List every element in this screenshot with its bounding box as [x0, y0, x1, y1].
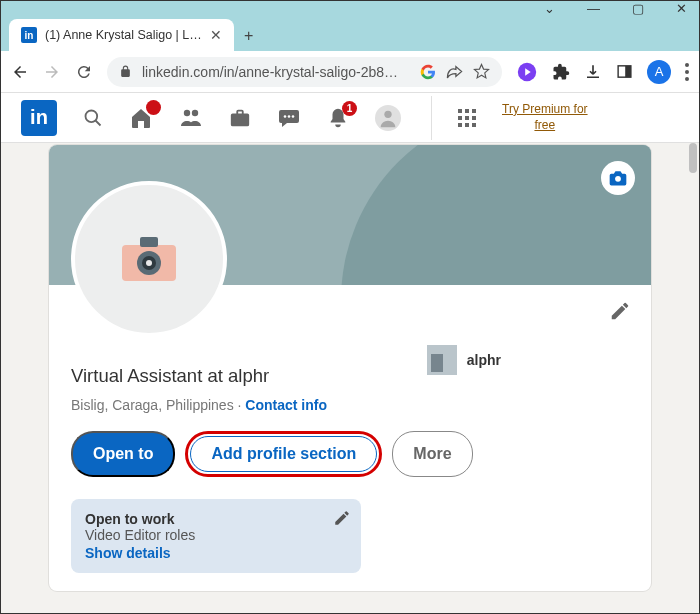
svg-point-14	[615, 176, 621, 182]
linkedin-nav: in 1 Try Premium for free	[1, 93, 699, 143]
edit-profile-button[interactable]	[609, 300, 631, 322]
linkedin-favicon-icon: in	[21, 27, 37, 43]
profile-card: alphr Virtual Assistant at alphr Bislig,…	[49, 145, 651, 591]
company-name: alphr	[467, 352, 501, 368]
lock-icon	[119, 65, 132, 78]
profile-avatar-button[interactable]: A	[647, 60, 671, 84]
tutorial-highlight: Add profile section	[185, 431, 382, 477]
svg-point-19	[146, 260, 152, 266]
svg-point-3	[685, 63, 689, 67]
url-box[interactable]: linkedin.com/in/anne-krystal-saligo-2b8…	[107, 57, 502, 87]
company-link[interactable]: alphr	[427, 345, 501, 375]
profile-location: Bislig, Caraga, Philippines · Contact in…	[71, 397, 629, 413]
notifications-icon[interactable]: 1	[327, 107, 349, 129]
window-close-icon[interactable]: ✕	[676, 1, 687, 16]
camera-icon	[122, 237, 176, 281]
share-icon[interactable]	[446, 63, 463, 80]
svg-point-13	[384, 110, 391, 117]
me-avatar-icon[interactable]	[375, 105, 401, 131]
open-card-title: Open to work	[85, 511, 347, 527]
add-profile-section-button[interactable]: Add profile section	[190, 436, 377, 472]
linkedin-logo-icon[interactable]: in	[21, 100, 57, 136]
content-area: alphr Virtual Assistant at alphr Bislig,…	[1, 143, 699, 614]
svg-point-12	[292, 115, 295, 118]
pencil-icon	[333, 509, 351, 527]
edit-open-to-button[interactable]	[333, 509, 351, 527]
window-minimize-icon[interactable]: —	[587, 1, 600, 16]
open-to-work-card[interactable]: Open to work Video Editor roles Show det…	[71, 499, 361, 573]
extensions-icon[interactable]	[552, 63, 570, 81]
forward-button[interactable]	[43, 63, 61, 81]
svg-point-5	[685, 77, 689, 81]
tab-close-icon[interactable]: ✕	[210, 27, 222, 43]
nav-divider	[431, 96, 432, 140]
svg-point-10	[284, 115, 287, 118]
tab-title: (1) Anne Krystal Saligo | LinkedIn	[45, 28, 202, 42]
scrollbar[interactable]	[689, 143, 697, 173]
play-extension-icon[interactable]	[516, 61, 538, 83]
new-tab-button[interactable]: +	[234, 21, 263, 51]
svg-point-4	[685, 70, 689, 74]
reload-button[interactable]	[75, 63, 93, 81]
company-logo-icon	[427, 345, 457, 375]
download-icon[interactable]	[584, 63, 602, 81]
home-icon[interactable]	[129, 106, 153, 130]
svg-line-7	[96, 120, 101, 125]
window-controls: ⌄ — ▢ ✕	[1, 1, 699, 15]
chrome-menu-icon[interactable]	[685, 63, 689, 81]
more-button[interactable]: More	[392, 431, 472, 477]
svg-point-11	[288, 115, 291, 118]
svg-point-9	[192, 109, 198, 115]
tab-bar: in (1) Anne Krystal Saligo | LinkedIn ✕ …	[1, 15, 699, 51]
browser-tab[interactable]: in (1) Anne Krystal Saligo | LinkedIn ✕	[9, 19, 234, 51]
window-dropdown-icon[interactable]: ⌄	[544, 1, 555, 16]
contact-info-link[interactable]: Contact info	[245, 397, 327, 413]
cover-camera-button[interactable]	[601, 161, 635, 195]
home-badge	[146, 100, 161, 115]
panel-icon[interactable]	[616, 63, 633, 80]
search-icon[interactable]	[83, 108, 103, 128]
open-card-subtitle: Video Editor roles	[85, 527, 347, 543]
google-icon[interactable]	[420, 64, 436, 80]
open-to-button[interactable]: Open to	[71, 431, 175, 477]
network-icon[interactable]	[179, 106, 203, 130]
profile-actions: Open to Add profile section More	[71, 431, 629, 477]
url-text: linkedin.com/in/anne-krystal-saligo-2b8…	[142, 64, 410, 80]
pencil-icon	[609, 300, 631, 322]
svg-point-6	[86, 110, 98, 122]
camera-icon	[608, 168, 628, 188]
notifications-badge: 1	[342, 101, 357, 116]
svg-rect-2	[625, 66, 631, 77]
svg-point-8	[184, 109, 190, 115]
svg-rect-16	[140, 237, 158, 247]
messaging-icon[interactable]	[277, 106, 301, 130]
window-maximize-icon[interactable]: ▢	[632, 1, 644, 16]
back-button[interactable]	[11, 63, 29, 81]
apps-icon[interactable]	[458, 109, 476, 127]
show-details-link[interactable]: Show details	[85, 545, 347, 561]
profile-headline: Virtual Assistant at alphr	[71, 365, 629, 387]
bookmark-star-icon[interactable]	[473, 63, 490, 80]
premium-link[interactable]: Try Premium for free	[502, 102, 588, 133]
jobs-icon[interactable]	[229, 107, 251, 129]
address-bar: linkedin.com/in/anne-krystal-saligo-2b8……	[1, 51, 699, 93]
profile-photo-button[interactable]	[71, 181, 227, 337]
